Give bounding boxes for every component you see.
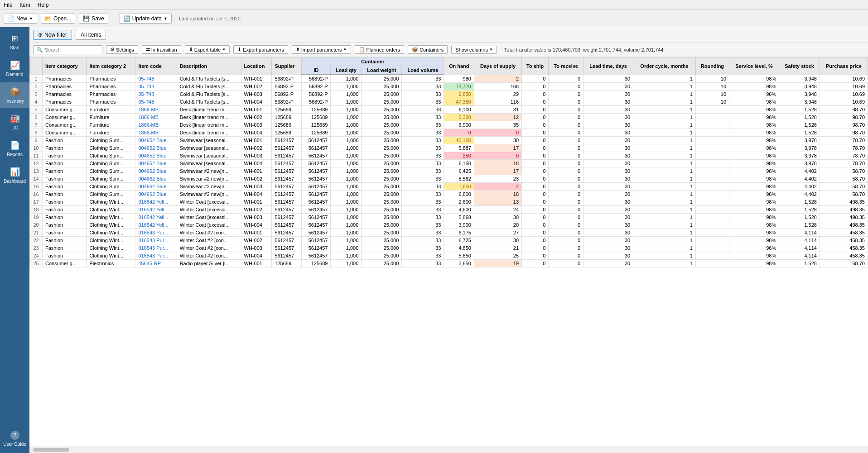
search-input[interactable] (45, 47, 99, 52)
in-transition-button[interactable]: ⇄ In transition (142, 45, 181, 54)
row-days-supply: 18 (474, 160, 521, 167)
planned-orders-button[interactable]: 📋 Planned orders (355, 45, 405, 54)
row-code[interactable]: 016542 Yell... (135, 198, 177, 206)
row-code[interactable]: 016543 Pur... (135, 237, 177, 244)
row-code[interactable]: 004662 Blue (135, 167, 177, 175)
export-table-button[interactable]: ⬇ Export table ▼ (185, 45, 230, 54)
row-code[interactable]: 05-T48 (135, 75, 177, 83)
new-dropdown-arrow[interactable]: ▼ (29, 16, 33, 21)
row-order-cycle: 1 (633, 83, 696, 91)
row-code[interactable]: 004662 Blue (135, 183, 177, 191)
scrollbar-thumb[interactable] (33, 448, 69, 452)
col-on-hand[interactable]: On hand (444, 57, 474, 75)
row-code[interactable]: 1866-MB (135, 121, 177, 129)
new-filter-label: New filter (44, 32, 67, 38)
row-code[interactable]: 016542 Yell... (135, 221, 177, 229)
save-button[interactable]: 💾 Save (79, 14, 108, 24)
table-container[interactable]: Item category Item category 2 Item code … (29, 57, 868, 446)
row-num: 16 (30, 191, 43, 198)
menu-help[interactable]: Help (38, 2, 49, 8)
horizontal-scrollbar[interactable] (29, 446, 868, 453)
row-code[interactable]: 05-T48 (135, 91, 177, 98)
row-code[interactable]: 016543 Pur... (135, 244, 177, 252)
show-columns-button[interactable]: Show columns ▼ (451, 46, 497, 54)
sidebar-item-dc[interactable]: 🏭 DC (0, 109, 29, 135)
export-table-arrow: ▼ (222, 48, 226, 52)
row-code[interactable]: 016543 Pur... (135, 252, 177, 260)
settings-button[interactable]: ⚙ Settings (106, 45, 138, 54)
row-code[interactable]: 004652 Blue (135, 160, 177, 167)
containers-button[interactable]: 📦 Containers (408, 45, 448, 54)
row-code[interactable]: 05-T48 (135, 98, 177, 106)
col-lead-time[interactable]: Lead time, days (583, 57, 633, 75)
col-safety-stock[interactable]: Safety stock (779, 57, 820, 75)
sidebar-item-start[interactable]: ⊞ Start (0, 29, 29, 55)
row-code[interactable]: 1866-MB (135, 129, 177, 137)
row-load-qty: 1,000 (331, 114, 362, 121)
row-lead-time: 30 (583, 252, 633, 260)
row-load-weight: 25,000 (362, 114, 402, 121)
row-code[interactable]: 004662 Blue (135, 175, 177, 183)
col-item-code[interactable]: Item code (135, 57, 177, 75)
sidebar-item-dashboard[interactable]: 📊 Dashboard (0, 162, 29, 188)
row-load-volume: 33 (402, 183, 444, 191)
row-code[interactable]: 004652 Blue (135, 152, 177, 160)
update-data-button[interactable]: 🔄 Update data ▼ (120, 14, 172, 24)
sidebar-item-reports[interactable]: 📄 Reports (0, 136, 29, 162)
row-lead-time: 30 (583, 198, 633, 206)
row-load-volume: 33 (402, 129, 444, 137)
row-lead-time: 30 (583, 129, 633, 137)
col-to-ship[interactable]: To ship (522, 57, 549, 75)
sidebar-item-demand[interactable]: 📈 Demand (0, 56, 29, 81)
col-order-cycle[interactable]: Order cycle, months (633, 57, 696, 75)
col-purchase-price[interactable]: Purchase price (820, 57, 868, 75)
row-code[interactable]: 004652 Blue (135, 144, 177, 152)
row-cat1: Fashion (43, 206, 87, 214)
col-load-weight[interactable]: Load weight (362, 66, 402, 75)
import-parameters-button[interactable]: ⬆ Import parameters ▼ (292, 45, 351, 54)
col-desc[interactable]: Description (177, 57, 241, 75)
row-code[interactable]: 016542 Yell... (135, 206, 177, 214)
row-code[interactable]: 05-T48 (135, 83, 177, 91)
row-load-volume: 33 (402, 167, 444, 175)
row-code[interactable]: 1866-MB (135, 106, 177, 114)
row-purchase-price: 58.70 (820, 183, 868, 191)
col-service-level[interactable]: Service level, % (729, 57, 779, 75)
row-code[interactable]: 016543 Pur... (135, 229, 177, 237)
row-code[interactable]: 004662 Blue (135, 191, 177, 198)
row-code[interactable]: 45645-RP (135, 260, 177, 267)
col-rounding[interactable]: Rounding (695, 57, 729, 75)
col-days-supply[interactable]: Days of supply (474, 57, 521, 75)
col-item-cat2[interactable]: Item category 2 (87, 57, 135, 75)
all-items-button[interactable]: All items (76, 30, 106, 40)
sidebar-item-inventory[interactable]: 📦 Inventory (0, 82, 29, 108)
col-cont-id[interactable]: ID (302, 66, 331, 75)
row-load-qty: 1,000 (331, 175, 362, 183)
row-location: WH-001 (241, 167, 272, 175)
open-button[interactable]: 📂 Open... (41, 14, 75, 24)
search-box[interactable]: 🔍 (33, 45, 102, 54)
row-safety-stock: 1,528 (779, 260, 820, 267)
row-code[interactable]: 016542 Yell... (135, 214, 177, 221)
update-dropdown-arrow[interactable]: ▼ (164, 16, 168, 21)
sidebar-item-user-guide[interactable]: ? User Guide (0, 426, 29, 451)
row-code[interactable]: 1866-MB (135, 114, 177, 121)
row-load-weight: 25,000 (362, 160, 402, 167)
menu-item[interactable]: Item (19, 2, 30, 8)
new-filter-button[interactable]: ⊕ New filter (33, 30, 72, 40)
row-code[interactable]: 004652 Blue (135, 137, 177, 144)
col-load-qty[interactable]: Load qty (331, 66, 362, 75)
col-item-cat[interactable]: Item category (43, 57, 87, 75)
row-load-weight: 25,000 (362, 237, 402, 244)
row-desc: Swimwear [seasonal... (177, 137, 241, 144)
col-location[interactable]: Location (241, 57, 272, 75)
new-button[interactable]: 📄 New ▼ (4, 14, 37, 24)
row-on-hand: 6,800 (444, 191, 474, 198)
row-rounding (695, 260, 729, 267)
col-to-receive[interactable]: To receive (549, 57, 583, 75)
row-desc: Swimwear #2 new[n... (177, 191, 241, 198)
export-parameters-button[interactable]: ⬇ Export parameters (233, 45, 288, 54)
col-load-volume[interactable]: Load volume (402, 66, 444, 75)
col-supplier[interactable]: Supplier (272, 57, 302, 75)
menu-file[interactable]: File (4, 2, 12, 8)
